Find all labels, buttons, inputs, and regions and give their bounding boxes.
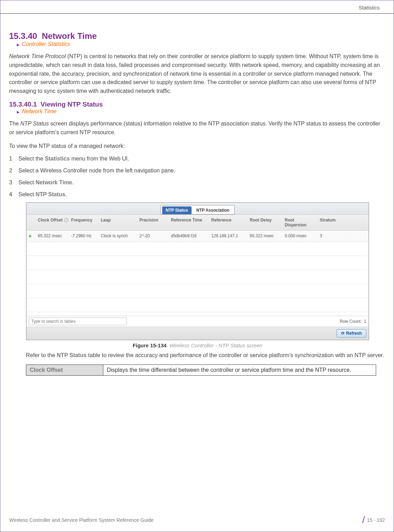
figure-caption: Figure 15-134 Wireless Controller - NTP … [26, 342, 369, 348]
section-title: Network Time [42, 31, 97, 41]
list-item: 3 Select Network Time. [9, 178, 385, 187]
refresh-button[interactable]: ⟳ Refresh [337, 329, 366, 337]
tab-ntp-status[interactable]: NTP Status [162, 206, 192, 214]
col-reference-time[interactable]: Reference Time [170, 215, 210, 230]
table-header: Clock Offset• Frequency Leap Precision R… [27, 215, 368, 231]
footer-title: Wireless Controller and Service Platform… [9, 517, 153, 523]
col-reference[interactable]: Reference [210, 215, 248, 230]
list-item: 4 Select NTP Status. [9, 190, 385, 199]
lead-text: To view the NTP status of a managed netw… [9, 142, 385, 150]
col-frequency[interactable]: Frequency [70, 215, 99, 230]
col-leap[interactable]: Leap [99, 215, 138, 230]
subsection-title: Viewing NTP Status [41, 101, 103, 108]
col-stratum[interactable]: Stratum [318, 215, 350, 230]
col-clock-offset[interactable]: Clock Offset• [36, 215, 70, 230]
section-heading-1: 15.3.40 Network Time [9, 31, 385, 41]
breadcrumb: ▶ Controller Statistics [17, 41, 385, 47]
breadcrumb: ▶ Network Time [17, 108, 385, 115]
section-heading-2: 15.3.40.1 Viewing NTP Status [9, 101, 385, 108]
italic-term: NTP Status [20, 121, 49, 127]
paragraph: Network Time Protocol (NTP) is central t… [9, 52, 385, 96]
sort-icon[interactable]: • [64, 218, 68, 222]
breadcrumb-link[interactable]: Network Time [22, 108, 56, 114]
table-row[interactable]: ✦ 65.322 msec -7.2960 Hz Clock is synch … [27, 231, 368, 242]
figure: NTP Status NTP Association Clock Offset•… [26, 202, 369, 348]
col-root-dispersion[interactable]: Root Dispersion [283, 215, 318, 230]
col-precision[interactable]: Precision [138, 215, 170, 230]
section-number: 15.3.40 [9, 31, 37, 41]
paragraph-text: (NTP) is central to networks that rely o… [9, 53, 380, 94]
list-item: 1 Select the Statistics menu from the We… [9, 155, 385, 163]
slash-icon: / [362, 514, 365, 525]
list-item: 2 Select a Wireless Controller node from… [9, 166, 385, 175]
page-header: Statistics [0, 0, 394, 14]
description-table: Clock Offset Displays the time different… [26, 364, 376, 376]
row-count: Row Count: 1 [340, 319, 366, 324]
paragraph: The NTP Status screen displays performan… [9, 120, 385, 137]
desc-value: Displays the time differential between t… [103, 365, 376, 376]
page-footer: Wireless Controller and Service Platform… [9, 514, 385, 525]
chevron-right-icon: ▶ [17, 43, 20, 47]
ntp-status-panel: NTP Status NTP Association Clock Offset•… [26, 202, 369, 340]
italic-term: Network Time Protocol [9, 53, 66, 59]
paragraph: Refer to the NTP Status table to review … [26, 351, 385, 360]
search-input[interactable] [29, 318, 127, 325]
col-root-delay[interactable]: Root Delay [248, 215, 283, 230]
tab-ntp-association[interactable]: NTP Association [193, 206, 233, 214]
refresh-icon: ⟳ [341, 331, 345, 336]
breadcrumb-link[interactable]: Controller Statistics [22, 41, 70, 47]
chevron-right-icon: ▶ [17, 110, 20, 114]
status-ok-icon: ✦ [27, 231, 36, 242]
desc-key: Clock Offset [26, 365, 103, 376]
subsection-number: 15.3.40.1 [9, 101, 37, 108]
empty-rows [27, 242, 368, 316]
ordered-steps: 1 Select the Statistics menu from the We… [9, 155, 385, 199]
page-number: / 15 - 192 [362, 514, 385, 525]
